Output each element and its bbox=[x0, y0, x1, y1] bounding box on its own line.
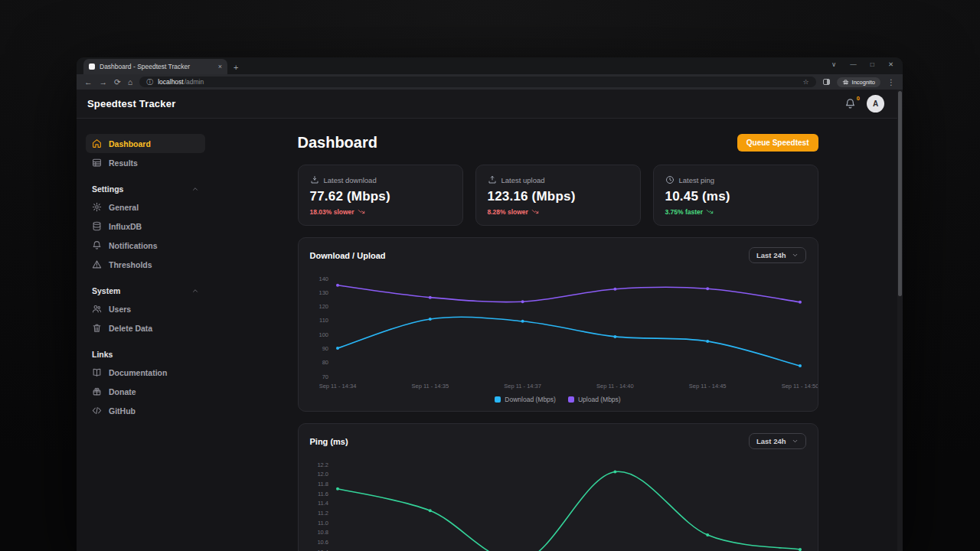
reload-icon[interactable]: ⟳ bbox=[114, 77, 121, 86]
sidebar-item-delete-data[interactable]: Delete Data bbox=[86, 318, 205, 337]
bell-icon bbox=[92, 240, 102, 250]
legend-swatch-icon bbox=[568, 396, 574, 403]
home-button-icon[interactable]: ⌂ bbox=[128, 77, 132, 86]
table-icon bbox=[92, 158, 102, 168]
data-point bbox=[706, 533, 709, 536]
app-header: Speedtest Tracker 0 A bbox=[77, 90, 903, 119]
window-maximize-icon[interactable]: □ bbox=[871, 60, 874, 68]
svg-text:Sep 11 - 14:35: Sep 11 - 14:35 bbox=[411, 383, 449, 390]
stat-delta-text: 3.75% faster bbox=[665, 208, 704, 216]
sidebar-item-label: InfluxDB bbox=[109, 222, 142, 231]
window-chevron-icon[interactable]: ∨ bbox=[831, 60, 836, 68]
sidebar-item-notifications[interactable]: Notifications bbox=[86, 236, 205, 255]
bookmark-star-icon[interactable]: ☆ bbox=[802, 78, 808, 86]
range-select-dropdown[interactable]: Last 24h bbox=[749, 247, 806, 263]
chart-title: Download / Upload bbox=[310, 251, 386, 260]
notifications-bell-icon[interactable]: 0 bbox=[844, 98, 856, 109]
svg-text:11.4: 11.4 bbox=[317, 500, 328, 507]
stat-card-latest-download: Latest download 77.62 (Mbps) 18.03% slow… bbox=[298, 165, 463, 226]
section-label: Settings bbox=[92, 184, 123, 194]
address-bar[interactable]: ⓘ localhost/admin ☆ bbox=[139, 77, 815, 87]
app-title: Speedtest Tracker bbox=[87, 98, 175, 109]
incognito-label: Incognito bbox=[852, 79, 875, 86]
sidebar-item-github[interactable]: GitHub bbox=[86, 401, 205, 420]
download-upload-chart: 140130120110100908070Sep 11 - 14:34Sep 1… bbox=[299, 269, 818, 411]
clock-icon bbox=[665, 175, 675, 184]
svg-text:Sep 11 - 14:50: Sep 11 - 14:50 bbox=[781, 383, 818, 390]
site-info-icon[interactable]: ⓘ bbox=[146, 77, 153, 87]
sidebar-item-label: Results bbox=[109, 158, 138, 168]
sidebar-item-documentation[interactable]: Documentation bbox=[86, 363, 205, 382]
sidebar-item-donate[interactable]: Donate bbox=[86, 382, 205, 401]
incognito-badge: Incognito bbox=[837, 77, 880, 87]
range-select-dropdown[interactable]: Last 24h bbox=[749, 433, 806, 449]
sidebar-item-label: Delete Data bbox=[109, 324, 152, 333]
section-label: Links bbox=[92, 350, 113, 359]
browser-toolbar: ← → ⟳ ⌂ ⓘ localhost/admin ☆ Incognito ⋮ bbox=[77, 74, 903, 90]
stat-value: 10.45 (ms) bbox=[665, 189, 806, 204]
sidebar-section-settings[interactable]: Settings bbox=[86, 184, 205, 194]
upload-tray-icon bbox=[488, 175, 497, 184]
sidebar-item-results[interactable]: Results bbox=[86, 153, 205, 172]
data-point bbox=[336, 487, 339, 491]
browser-tab[interactable]: Dashboard - Speedtest Tracker × bbox=[83, 59, 227, 74]
speedtest-tracker-app: Speedtest Tracker 0 A Dashbo bbox=[77, 90, 903, 551]
url-host: localhost bbox=[158, 78, 184, 86]
tab-close-icon[interactable]: × bbox=[218, 63, 222, 70]
download-tray-icon bbox=[310, 175, 319, 184]
new-tab-button[interactable]: + bbox=[234, 63, 238, 72]
avatar[interactable]: A bbox=[867, 95, 884, 112]
back-icon[interactable]: ← bbox=[84, 77, 93, 86]
page-scrollbar[interactable] bbox=[897, 90, 903, 551]
sidebar-item-label: Users bbox=[109, 305, 131, 314]
window-minimize-icon[interactable]: — bbox=[850, 60, 857, 68]
range-select-value: Last 24h bbox=[756, 437, 786, 445]
sidebar-item-label: Thresholds bbox=[109, 260, 152, 269]
queue-speedtest-button[interactable]: Queue Speedtest bbox=[737, 134, 818, 152]
svg-text:10.8: 10.8 bbox=[317, 529, 328, 536]
svg-text:Sep 11 - 14:40: Sep 11 - 14:40 bbox=[596, 383, 634, 390]
chevron-up-icon bbox=[191, 185, 199, 193]
side-panel-icon[interactable] bbox=[823, 79, 830, 85]
sidebar-item-thresholds[interactable]: Thresholds bbox=[86, 255, 205, 274]
incognito-icon bbox=[842, 79, 849, 86]
sidebar-item-dashboard[interactable]: Dashboard bbox=[86, 134, 205, 153]
svg-text:140: 140 bbox=[318, 276, 328, 282]
ping-chart: 12.212.011.811.611.411.211.010.810.610.4… bbox=[299, 455, 818, 551]
svg-text:Sep 11 - 14:45: Sep 11 - 14:45 bbox=[688, 383, 726, 390]
window-close-icon[interactable]: ✕ bbox=[888, 60, 893, 68]
stat-delta-text: 18.03% slower bbox=[310, 208, 354, 216]
sidebar: Dashboard Results Settings General bbox=[77, 119, 213, 551]
sidebar-item-general[interactable]: General bbox=[86, 197, 205, 217]
data-point bbox=[428, 296, 431, 299]
data-point bbox=[336, 347, 339, 350]
users-icon bbox=[92, 304, 102, 314]
book-icon bbox=[92, 367, 102, 377]
chart-line bbox=[338, 317, 800, 366]
legend-swatch-icon bbox=[495, 396, 501, 403]
data-point bbox=[428, 318, 431, 321]
sidebar-item-users[interactable]: Users bbox=[86, 299, 205, 318]
sidebar-item-influxdb[interactable]: InfluxDB bbox=[86, 217, 205, 236]
sidebar-section-links: Links bbox=[86, 350, 205, 359]
svg-text:120: 120 bbox=[318, 303, 328, 310]
desktop-background: Dashboard - Speedtest Tracker × + ∨ — □ … bbox=[0, 0, 980, 551]
chart-svg: 140130120110100908070Sep 11 - 14:34Sep 1… bbox=[309, 274, 808, 393]
stat-delta: 18.03% slower bbox=[310, 208, 451, 216]
stat-value: 77.62 (Mbps) bbox=[310, 189, 451, 204]
stat-delta-text: 8.28% slower bbox=[488, 208, 528, 216]
chart-card-download-upload: Download / Upload Last 24h 1401301201101… bbox=[298, 237, 818, 412]
forward-icon[interactable]: → bbox=[100, 77, 108, 86]
url-path: /admin bbox=[185, 78, 204, 86]
sidebar-item-label: Dashboard bbox=[109, 139, 151, 148]
svg-text:11.2: 11.2 bbox=[317, 510, 328, 517]
scrollbar-thumb[interactable] bbox=[898, 91, 902, 296]
stat-value: 123.16 (Mbps) bbox=[488, 189, 629, 204]
sidebar-section-system[interactable]: System bbox=[86, 286, 205, 295]
stat-label: Latest download bbox=[324, 176, 377, 184]
stats-row: Latest download 77.62 (Mbps) 18.03% slow… bbox=[298, 165, 818, 226]
data-point bbox=[613, 288, 616, 291]
sidebar-item-label: Notifications bbox=[109, 241, 158, 250]
chart-svg: 12.212.011.811.611.411.211.010.810.610.4… bbox=[309, 460, 808, 551]
browser-menu-icon[interactable]: ⋮ bbox=[887, 78, 895, 86]
